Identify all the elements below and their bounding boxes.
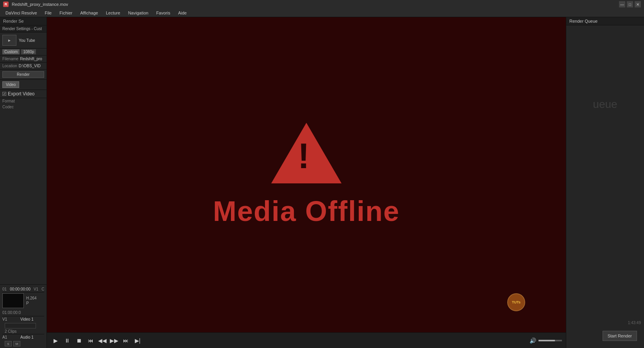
stop-button[interactable]: ⏹ [74, 336, 84, 345]
right-bottom: 1:43:49 Start Render [566, 184, 644, 348]
menu-aide[interactable]: Aide [174, 9, 191, 17]
filename-row: Filename Redshift_pro [0, 56, 47, 63]
codec-row: Codec [0, 104, 47, 110]
play-button[interactable]: ▶ [51, 336, 60, 345]
watermark: TUTs [507, 293, 527, 313]
render-queue-label: Render Queue [569, 19, 597, 23]
preset-icon: ▶ [2, 35, 16, 46]
watermark-text: TUTs [512, 300, 521, 304]
location-label: Location [2, 64, 17, 68]
video-track-row: H.264 P [2, 292, 44, 309]
v1-track-label: V1 [2, 317, 18, 321]
export-video-label: Export Video [8, 91, 35, 97]
format-label: Format [2, 99, 15, 103]
c-label: C [41, 287, 44, 291]
render-se-label: Render Se [3, 19, 24, 23]
video-area: Media Offline TUTs ▶ ⏸ ⏹ ⏮ ◀◀ ▶▶ ⏭ ▶| 🔊 [47, 17, 566, 348]
v1-label: V1 [34, 287, 38, 291]
preset-row: ▶ You Tube [0, 32, 47, 48]
preset-icon-symbol: ▶ [8, 39, 11, 42]
menu-fichier[interactable]: Fichier [55, 9, 76, 17]
playback-controls: ▶ ⏸ ⏹ ⏮ ◀◀ ▶▶ ⏭ ▶| 🔊 [47, 332, 566, 348]
tab-row: Video [0, 80, 47, 90]
timecode-row: 01 00:00:00:00 V1 C [2, 286, 44, 292]
menu-lecture[interactable]: Lecture [102, 9, 124, 17]
minimize-button[interactable]: — [619, 1, 625, 7]
main-layout: Render Se Render Settings - Cust ▶ You T… [0, 17, 644, 348]
start-render-button[interactable]: Start Render [603, 331, 637, 341]
window-controls: — □ ✕ [619, 1, 641, 7]
track-number: 01 [2, 287, 7, 291]
menu-bar: DaVinci Resolve File Fichier Affichage L… [0, 9, 644, 17]
volume-icon: 🔊 [530, 337, 536, 344]
codec-label: Codec [2, 105, 14, 109]
audio1-track-row: A1 Audio 1 [2, 334, 44, 340]
export-video-checkbox[interactable]: ✓ [2, 92, 6, 96]
media-offline-text: Media Offline [213, 195, 400, 227]
render-btn-row: Render [0, 70, 47, 80]
custom-badge[interactable]: Custom [2, 49, 20, 54]
go-to-start-button[interactable]: ⏮ [86, 336, 95, 345]
video-tab[interactable]: Video [2, 81, 19, 88]
video1-track-row: V1 Video 1 [2, 316, 44, 322]
render-queue-display: ueue [585, 90, 625, 118]
right-panel: Render Queue ueue 1:43:49 Start Render [566, 17, 644, 348]
p-label: P [26, 301, 37, 305]
left-panel: Render Se Render Settings - Cust ▶ You T… [0, 17, 47, 348]
render-queue-header: Render Queue [566, 17, 644, 25]
menu-file[interactable]: File [41, 9, 56, 17]
format-row: Format [0, 98, 47, 104]
quality-row: Custom 1080p [0, 48, 47, 56]
clips-count: 2 Clips [5, 329, 17, 334]
step-forward-button[interactable]: ▶| [133, 336, 142, 345]
volume-fill [538, 340, 555, 341]
video-content: Media Offline TUTs [47, 17, 566, 332]
resolution-badge[interactable]: 1080p [21, 49, 36, 54]
filename-value: Redshift_pro [20, 57, 42, 61]
pause-button[interactable]: ⏸ [63, 336, 72, 345]
render-se-header: Render Se [0, 17, 47, 25]
go-to-end-button[interactable]: ⏭ [121, 336, 131, 345]
render-settings-title: Render Settings - Cust [0, 25, 47, 32]
m-button[interactable]: M [13, 341, 20, 346]
title-bar: R Redshift_proxy_instance.mov — □ ✕ [0, 0, 644, 9]
audio1-name: Audio 1 [20, 335, 34, 339]
menu-affichage[interactable]: Affichage [76, 9, 102, 17]
export-video-row: ✓ Export Video [0, 90, 47, 98]
menu-favoris[interactable]: Favoris [152, 9, 174, 17]
menu-davinci[interactable]: DaVinci Resolve [2, 9, 41, 17]
volume-slider[interactable] [538, 340, 562, 341]
location-value: D:\OBS_VID [19, 64, 41, 68]
right-timestamp: 1:43:49 [628, 320, 641, 326]
a1-track-label: A1 [2, 335, 18, 339]
app-icon: R [3, 2, 9, 7]
location-row: Location D:\OBS_VID [0, 63, 47, 70]
maximize-button[interactable]: □ [627, 1, 633, 7]
video-thumbnail [2, 293, 24, 308]
video1-name: Video 1 [20, 317, 34, 321]
timeline-section: 01 00:00:00:00 V1 C H.264 P 01:00:00:0 [0, 284, 47, 348]
watermark-circle: TUTs [507, 293, 525, 311]
filename-label: Filename [2, 57, 18, 61]
window-title: Redshift_proxy_instance.mov [12, 2, 616, 7]
preset-label: You Tube [19, 38, 35, 43]
warning-triangle-icon [271, 123, 342, 183]
timecode-display: 00:00:00:00 [10, 287, 30, 291]
rewind-button[interactable]: ◀◀ [98, 336, 107, 345]
thumbnail-content [3, 294, 23, 308]
fast-forward-button[interactable]: ▶▶ [109, 336, 119, 345]
s-button[interactable]: S [5, 341, 12, 346]
h264-label: H.264 [26, 296, 37, 300]
menu-navigation[interactable]: Navigation [124, 9, 152, 17]
render-button[interactable]: Render [2, 71, 44, 78]
close-button[interactable]: ✕ [635, 1, 641, 7]
video-clip-bar [5, 323, 36, 328]
timecode-bottom: 01:00:00:0 [2, 310, 21, 315]
